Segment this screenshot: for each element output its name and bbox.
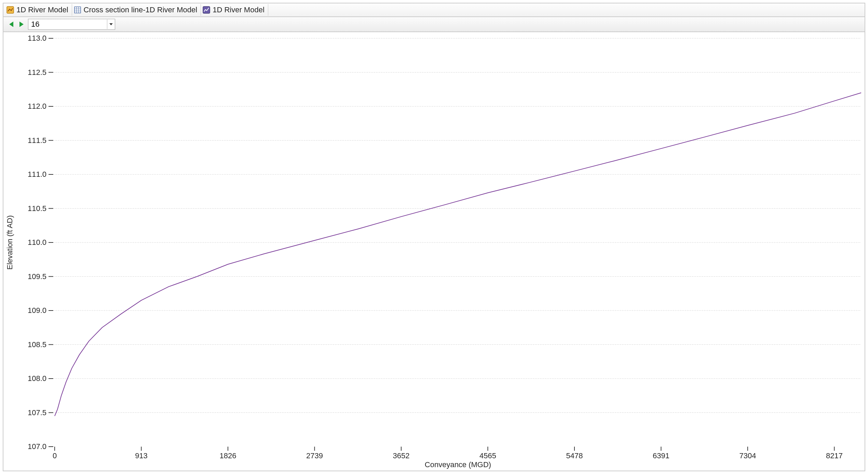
window-frame: 1D River Model Cross section line-1D Riv… xyxy=(3,3,865,471)
section-input[interactable] xyxy=(28,19,107,29)
tick-label-y: 109.5 xyxy=(28,272,46,281)
tick-label-y: 107.5 xyxy=(28,408,46,417)
tab-label: 1D River Model xyxy=(16,5,68,14)
tab-1d-river-model-2[interactable]: 1D River Model xyxy=(201,4,268,16)
tick-label-x: 7304 xyxy=(739,451,756,460)
series-conveyance-curve xyxy=(55,93,861,416)
tick-label-x: 913 xyxy=(135,451,148,460)
river-model-icon xyxy=(6,6,14,14)
next-button[interactable] xyxy=(18,20,25,29)
tick-label-y: 110.0 xyxy=(28,238,46,247)
chart-icon xyxy=(202,6,211,14)
chart-area: 107.0107.5108.0108.5109.0109.5110.0110.5… xyxy=(3,32,865,471)
tick-label-x: 5478 xyxy=(566,451,583,460)
svg-marker-8 xyxy=(19,22,24,27)
tick-label-y: 110.5 xyxy=(28,204,46,213)
tick-label-y: 107.0 xyxy=(28,442,46,451)
tick-label-x: 2739 xyxy=(306,451,323,460)
tick-label-x: 6391 xyxy=(653,451,669,460)
tick-label-x: 0 xyxy=(53,451,57,460)
playback-toolbar xyxy=(3,17,865,32)
previous-button[interactable] xyxy=(8,20,15,29)
conveyance-elevation-chart[interactable]: 107.0107.5108.0108.5109.0109.5110.0110.5… xyxy=(3,32,865,471)
tab-label: Cross section line-1D River Model xyxy=(84,5,198,14)
tick-label-y: 111.0 xyxy=(28,170,46,179)
tick-label-y: 109.0 xyxy=(28,306,46,315)
tick-label-y: 111.5 xyxy=(28,136,46,145)
tab-label: 1D River Model xyxy=(213,5,265,14)
tick-label-y: 113.0 xyxy=(28,34,46,42)
tick-label-x: 1826 xyxy=(220,451,236,460)
svg-marker-7 xyxy=(9,22,13,27)
tab-cross-section[interactable]: Cross section line-1D River Model xyxy=(72,4,201,16)
x-axis-title: Conveyance (MGD) xyxy=(425,460,491,469)
section-selector[interactable] xyxy=(28,19,115,30)
tick-label-y: 108.0 xyxy=(28,374,46,383)
tab-1d-river-model-1[interactable]: 1D River Model xyxy=(5,4,72,16)
svg-rect-1 xyxy=(74,7,81,13)
tick-label-y: 112.0 xyxy=(28,102,46,110)
tick-label-y: 108.5 xyxy=(28,340,46,349)
tick-label-x: 8217 xyxy=(826,451,843,460)
dropdown-arrow-icon[interactable] xyxy=(107,19,115,29)
grid-icon xyxy=(73,6,82,14)
tick-label-y: 112.5 xyxy=(28,68,46,77)
tick-label-x: 3652 xyxy=(393,451,409,460)
tick-label-x: 4565 xyxy=(479,451,496,460)
tab-strip: 1D River Model Cross section line-1D Riv… xyxy=(3,3,865,17)
svg-marker-9 xyxy=(109,23,113,25)
y-axis-title: Elevation (ft AD) xyxy=(5,215,14,270)
